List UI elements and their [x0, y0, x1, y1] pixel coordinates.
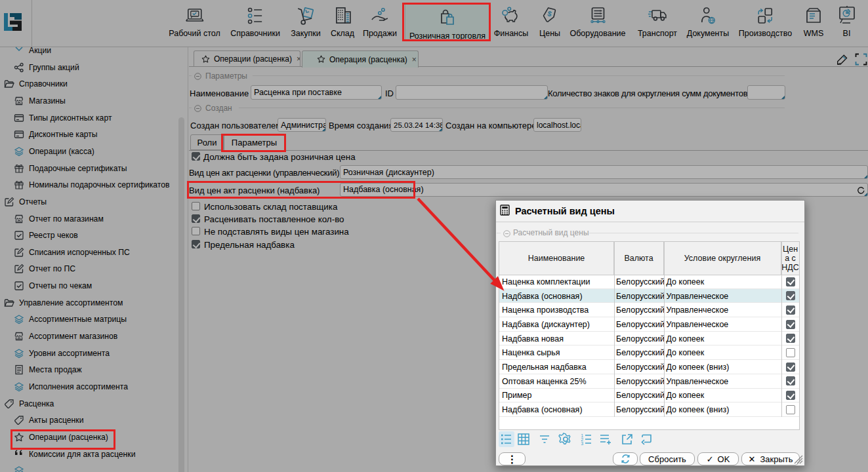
svg-text:3: 3: [581, 441, 584, 446]
